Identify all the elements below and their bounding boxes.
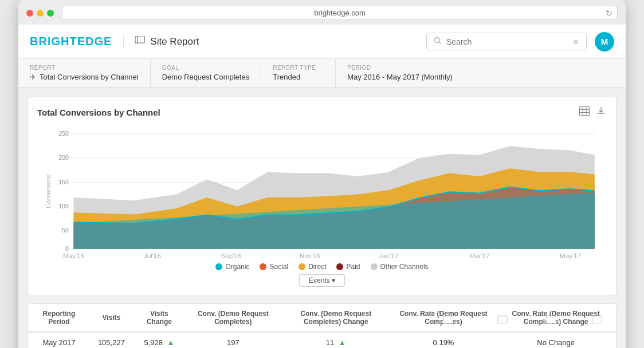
cell-visits: 105,227 [90, 332, 133, 348]
cell-visits-change: 5,928 ▲ [133, 332, 186, 348]
events-button[interactable]: Events ▾ [299, 274, 345, 287]
svg-text:200: 200 [58, 154, 69, 161]
visits-up-arrow: ▲ [167, 338, 175, 347]
svg-rect-31 [546, 316, 556, 323]
table-row: May 2017 105,227 5,928 ▲ 197 11 ▲ 0.19% … [28, 332, 616, 348]
legend-other: Other Channels [371, 263, 429, 271]
legend-paid-dot [336, 263, 343, 270]
filter-report-type: REPORT TYPE Trended [261, 59, 336, 87]
svg-rect-29 [443, 316, 453, 323]
legend-organic-label: Organic [225, 263, 249, 271]
filter-period-value: May 2016 - May 2017 (Monthly) [347, 73, 614, 81]
main-content: Total Conversions by Channel [18, 88, 626, 348]
dot-red[interactable] [26, 10, 33, 17]
legend-organic-dot [215, 263, 222, 270]
filter-period-label: PERIOD [347, 65, 614, 71]
cell-conv-change: 11 ▲ [281, 332, 391, 348]
cell-conv-rate-change: No Change [496, 332, 616, 348]
conv-up-arrow: ▲ [339, 338, 346, 347]
logo[interactable]: BRIGHTEDGE [30, 35, 112, 48]
col-conv-change: Conv. (Demo Request Completes) Change [281, 304, 391, 332]
legend-direct-label: Direct [308, 263, 326, 271]
search-bar: ✕ [426, 33, 587, 50]
chart-header: Total Conversions by Channel [37, 105, 607, 119]
search-clear-icon[interactable]: ✕ [572, 37, 579, 46]
browser-chrome: brightedge.com ↻ [18, 0, 626, 25]
svg-text:50: 50 [62, 227, 69, 234]
cell-period: May 2017 [28, 332, 90, 348]
svg-text:Nov'16: Nov'16 [300, 252, 320, 259]
legend-direct-dot [299, 263, 305, 270]
table-header-row: Reporting Period Visits Visits Change Co… [28, 304, 616, 332]
legend-paid: Paid [336, 263, 360, 271]
svg-text:100: 100 [58, 203, 69, 209]
svg-rect-4 [580, 107, 590, 116]
cell-conv: 197 [186, 332, 281, 348]
svg-line-3 [439, 42, 442, 45]
svg-text:150: 150 [58, 179, 69, 185]
data-table: Reporting Period Visits Visits Change Co… [28, 303, 616, 348]
page-title-section: Site Report [123, 36, 199, 48]
filter-report-value: ✈ Total Conversions by Channel [30, 73, 139, 81]
svg-text:Jul'16: Jul'16 [144, 252, 161, 259]
filter-report: REPORT ✈ Total Conversions by Channel [18, 59, 151, 87]
filter-goal-value: Demo Request Completes [162, 73, 249, 81]
chart-actions [578, 105, 607, 119]
filter-type-label: REPORT TYPE [273, 65, 324, 71]
legend-paid-label: Paid [346, 263, 360, 271]
legend-direct: Direct [299, 263, 326, 271]
legend-other-label: Other Channels [380, 263, 429, 271]
filter-bar: REPORT ✈ Total Conversions by Channel GO… [18, 59, 626, 88]
svg-rect-30 [498, 316, 508, 323]
dot-green[interactable] [47, 10, 54, 17]
svg-text:0: 0 [65, 245, 69, 252]
col-period: Reporting Period [28, 304, 90, 332]
chart-legend: Organic Social Direct Paid [37, 263, 607, 271]
chart-title: Total Conversions by Channel [37, 108, 160, 117]
filter-report-label: REPORT [30, 65, 139, 71]
col-visits-change: Visits Change [133, 304, 186, 332]
svg-text:Conversions: Conversions [45, 175, 52, 208]
svg-point-2 [435, 38, 440, 43]
url-bar[interactable]: brightedge.com ↻ [62, 6, 618, 20]
svg-text:Sep'16: Sep'16 [221, 252, 241, 259]
search-input[interactable] [446, 37, 568, 46]
metrics-table: Reporting Period Visits Visits Change Co… [28, 304, 616, 348]
svg-text:May'16: May'16 [63, 252, 84, 259]
dot-yellow[interactable] [37, 10, 44, 17]
svg-text:Mar'17: Mar'17 [469, 252, 489, 259]
legend-other-dot [371, 263, 378, 270]
filter-type-value: Trended [273, 73, 324, 81]
col-conv: Conv. (Demo Request Completes) [186, 304, 281, 332]
svg-rect-0 [135, 36, 144, 43]
svg-text:May'17: May'17 [560, 252, 581, 259]
legend-social: Social [260, 263, 288, 271]
col-visits: Visits [90, 304, 133, 332]
chart-card: Total Conversions by Channel [28, 97, 616, 295]
filter-goal: GOAL Demo Request Completes [151, 59, 261, 87]
legend-social-dot [260, 263, 266, 270]
refresh-icon[interactable]: ↻ [606, 9, 612, 18]
filter-goal-label: GOAL [162, 65, 249, 71]
legend-social-label: Social [269, 263, 288, 271]
browser-window: brightedge.com ↻ BRIGHTEDGE Site Report [18, 0, 626, 348]
filter-period: PERIOD May 2016 - May 2017 (Monthly) [336, 59, 626, 87]
chart-download-btn[interactable] [595, 105, 607, 119]
url-text: brightedge.com [314, 9, 366, 17]
user-avatar[interactable]: M [595, 32, 614, 52]
site-report-icon [135, 36, 146, 48]
chart-area: 250 200 150 100 50 0 Conversions [37, 125, 607, 287]
report-icon: ✈ [30, 73, 36, 81]
page-title: Site Report [150, 36, 199, 48]
app-header: BRIGHTEDGE Site Report ✕ M [18, 25, 626, 59]
chart-table-btn[interactable] [578, 105, 591, 119]
svg-rect-32 [592, 316, 602, 323]
svg-text:Jan'17: Jan'17 [379, 252, 398, 259]
search-icon [434, 37, 442, 46]
svg-text:250: 250 [58, 130, 69, 137]
browser-dots [26, 10, 54, 17]
cell-conv-rate: 0.19% [391, 332, 496, 348]
legend-organic: Organic [215, 263, 249, 271]
